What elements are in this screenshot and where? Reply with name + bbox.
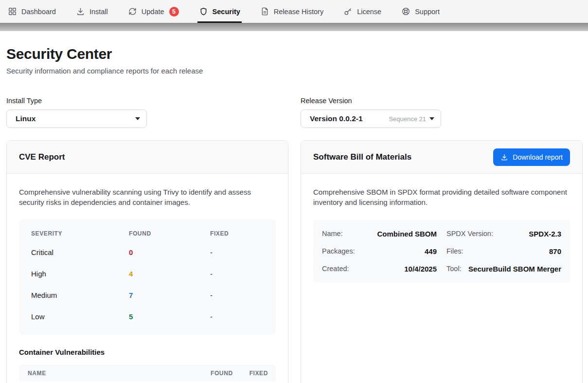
chevron-down-icon <box>135 117 140 120</box>
report-cards: CVE Report Comprehensive vulnerability s… <box>6 140 582 383</box>
table-row-low: Low 5 - <box>31 306 264 327</box>
sbom-card-title: Software Bill of Materials <box>313 152 411 162</box>
nav-label: Release History <box>274 8 323 16</box>
cve-card-title: CVE Report <box>19 152 65 162</box>
download-icon <box>76 7 85 16</box>
nav-item-support[interactable]: Support <box>401 0 440 23</box>
table-row-high: High 4 - <box>31 263 264 284</box>
sequence-label: Sequence 21 <box>389 115 426 123</box>
column-header-fixed: FIXED <box>210 230 264 237</box>
nav-label: Security <box>213 8 240 16</box>
nav-item-license[interactable]: License <box>343 0 381 23</box>
download-report-button[interactable]: Download report <box>493 148 570 166</box>
top-navigation: Dashboard Install Update 5 Security Rele… <box>0 0 588 23</box>
main-content: Security Center Security information and… <box>0 46 588 383</box>
cve-card-header: CVE Report <box>7 141 288 174</box>
sbom-card-body: Comprehensive SBOM in SPDX format provid… <box>301 174 582 294</box>
nav-item-release-history[interactable]: Release History <box>260 0 323 23</box>
severity-table-header: SEVERITY FOUND FIXED <box>31 226 264 241</box>
key-icon <box>343 7 353 16</box>
sbom-info-files: Files: 870 <box>446 242 561 260</box>
nav-label: Install <box>89 8 108 16</box>
nav-item-update[interactable]: Update 5 <box>128 0 179 23</box>
container-table-header: NAME FOUND FIXED <box>19 365 276 382</box>
sbom-info-name: Name: Combined SBOM <box>322 225 437 242</box>
shield-icon <box>199 7 208 16</box>
nav-item-dashboard[interactable]: Dashboard <box>8 0 56 23</box>
release-version-select[interactable]: Version 0.0.2-1 Sequence 21 <box>301 109 441 128</box>
severity-table: SEVERITY FOUND FIXED Critical 0 - High 4… <box>19 219 276 335</box>
sbom-card-header: Software Bill of Materials Download repo… <box>301 141 582 174</box>
nav-label: Support <box>415 8 440 16</box>
cve-report-card: CVE Report Comprehensive vulnerability s… <box>6 140 288 383</box>
download-icon <box>500 153 508 161</box>
filters-row: Install Type Linux Release Version Versi… <box>6 97 582 128</box>
table-row-critical: Critical 0 - <box>31 241 264 263</box>
cve-description: Comprehensive vulnerability scanning usi… <box>19 187 276 207</box>
column-header-found: FOUND <box>211 370 248 377</box>
release-version-filter: Release Version Version 0.0.2-1 Sequence… <box>301 97 583 128</box>
sbom-info-created: Created: 10/4/2025 <box>322 260 437 277</box>
nav-item-install[interactable]: Install <box>76 0 108 23</box>
install-type-filter: Install Type Linux <box>6 97 288 128</box>
sbom-info-spdx-version: SPDX Version: SPDX-2.3 <box>446 225 561 242</box>
refresh-icon <box>128 7 137 16</box>
sbom-info-grid: Name: Combined SBOM SPDX Version: SPDX-2… <box>313 220 570 282</box>
update-count-badge: 5 <box>169 7 179 17</box>
sbom-description: Comprehensive SBOM in SPDX format provid… <box>313 187 570 207</box>
column-header-fixed: FIXED <box>248 370 268 377</box>
sbom-card: Software Bill of Materials Download repo… <box>301 140 583 383</box>
sbom-info-packages: Packages: 449 <box>322 242 437 260</box>
column-header-found: FOUND <box>129 230 210 237</box>
install-type-value: Linux <box>16 114 36 123</box>
nav-item-security[interactable]: Security <box>199 0 240 23</box>
container-vulnerabilities-title: Container Vulnerabilities <box>19 348 276 356</box>
header-shadow-bar <box>0 23 588 31</box>
table-row-medium: Medium 7 - <box>31 284 264 306</box>
nav-label: Dashboard <box>21 8 56 16</box>
column-header-severity: SEVERITY <box>31 230 129 237</box>
nav-label: License <box>357 8 381 16</box>
column-header-name: NAME <box>28 370 211 377</box>
release-version-value: Version 0.0.2-1 <box>310 114 363 123</box>
install-type-label: Install Type <box>6 97 288 105</box>
download-report-label: Download report <box>513 153 563 161</box>
lifebuoy-icon <box>401 7 410 16</box>
install-type-select[interactable]: Linux <box>6 109 147 128</box>
sbom-info-tool: Tool: SecureBuild SBOM Merger <box>446 260 561 277</box>
release-version-label: Release Version <box>301 97 583 105</box>
nav-label: Update <box>142 8 164 16</box>
page-title: Security Center <box>6 46 582 62</box>
document-icon <box>260 7 269 16</box>
chevron-down-icon <box>429 117 434 120</box>
cve-card-body: Comprehensive vulnerability scanning usi… <box>7 174 288 383</box>
page-subtitle: Security information and compliance repo… <box>6 67 582 75</box>
dashboard-grid-icon <box>8 7 17 16</box>
